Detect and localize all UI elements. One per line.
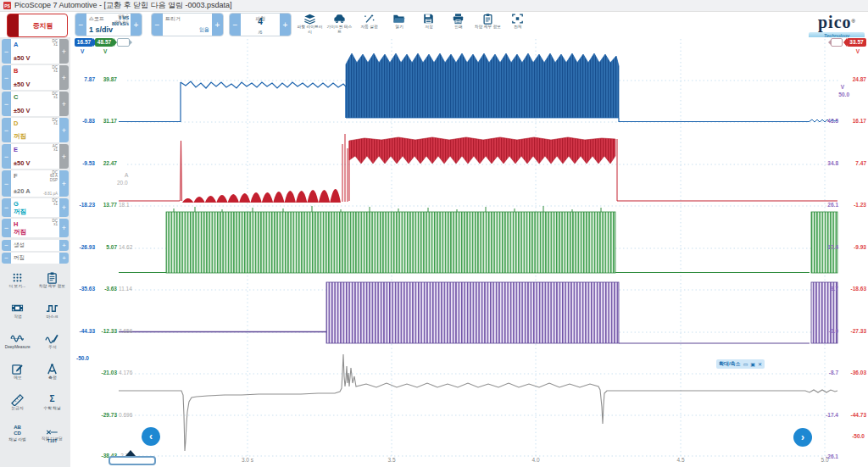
channel-h-minus-button[interactable]: − — [2, 219, 11, 237]
unit-c: V — [103, 48, 107, 54]
deepmeasure-tool-button[interactable]: DeepMeasure — [0, 332, 35, 360]
channel-a-plus-button[interactable]: + — [59, 39, 69, 64]
waveform-library-button[interactable]: 파형 라이브러리 — [295, 13, 325, 34]
pan-left-button[interactable]: ‹ — [142, 427, 160, 446]
left-axis-row: -26.935.0714.62 — [75, 244, 136, 250]
serial-decode-icon: T10T — [45, 424, 59, 436]
buffer-position-marker[interactable] — [125, 450, 136, 456]
trace-channel-e — [119, 282, 837, 343]
channel-b-minus-button[interactable]: − — [2, 65, 11, 90]
channel-e[interactable]: − E ACx1 ±50 V + — [2, 144, 69, 169]
guided-test-button[interactable]: 가이드된 테스트 — [325, 13, 354, 34]
channel-a-position-tag[interactable]: 16.57 — [75, 38, 93, 47]
right-axis-row: -0.0-27.33 — [810, 328, 866, 334]
trigger-prev-button[interactable]: − — [152, 14, 163, 36]
unit-f: A — [125, 172, 128, 178]
tool-grid: 더 보기... 차량 세부 정보 작업 마스크 DeepMeasure 주석 — [0, 271, 70, 452]
vehicle-details-tool-button[interactable]: 차량 세부 정보 — [35, 271, 70, 299]
signal-generator-status-row[interactable]: − 꺼짐 + — [2, 253, 69, 264]
right-axis-row: 17.4-9.93 — [810, 244, 866, 250]
more-dots-icon — [10, 271, 25, 284]
jobs-tool-button[interactable]: 작업 — [0, 302, 35, 330]
timebase-value[interactable]: 1 s/div — [89, 25, 113, 34]
car-icon — [332, 13, 347, 25]
channel-c[interactable]: − C DCx1 ±50 V + — [2, 92, 69, 116]
signal-generator-row[interactable]: − 생성 + — [2, 240, 69, 251]
print-button[interactable]: 인쇄 — [443, 13, 473, 34]
channel-a-minus-button[interactable]: − — [2, 39, 11, 64]
more-tools-button[interactable]: 더 보기... — [0, 271, 35, 299]
generator-minus-button[interactable]: − — [2, 240, 11, 251]
film-strip-icon — [10, 302, 25, 314]
channel-b[interactable]: − B DCx1 ±50 V + — [2, 65, 69, 90]
annotation-tool-button[interactable]: 주석 — [35, 332, 70, 360]
channel-a[interactable]: − A DCx1 ±50 V + — [2, 39, 69, 64]
memo-tool-button[interactable]: 메모 — [0, 363, 35, 391]
generator-plus-button[interactable]: + — [59, 240, 69, 251]
channel-g-minus-button[interactable]: − — [2, 198, 11, 217]
waveform-canvas[interactable] — [70, 37, 868, 467]
waveform-next-button[interactable]: + — [280, 14, 291, 36]
vehicle-details-button[interactable]: 차량 세부 정보 — [473, 13, 503, 34]
mask-tool-button[interactable]: 마스크 — [35, 302, 70, 330]
time-label: 5.0 — [821, 457, 828, 463]
time-label: 3.0 s — [242, 457, 253, 463]
trigger-mode[interactable]: 없음 — [199, 26, 209, 34]
channel-h[interactable]: − H DCx1 꺼짐 + — [2, 219, 69, 237]
pan-right-button[interactable]: › — [793, 428, 812, 447]
zoom-window-icon[interactable]: ▭ — [743, 361, 748, 367]
trace-channel-f — [119, 354, 837, 451]
channel-c-plus-button[interactable]: + — [59, 92, 69, 116]
channel-g-plus-button[interactable]: + — [59, 198, 69, 217]
clipboard-icon — [481, 13, 495, 25]
rate-label: 샘플 속도 — [114, 20, 129, 23]
channel-c-minus-button[interactable]: − — [2, 92, 11, 116]
main-toolbar: 중지됨 − 스코프 1 s/div 샘플 수 8 MS 샘플 속도 800 kS… — [0, 12, 868, 37]
ruler-tool-button[interactable]: 눈금자 — [0, 393, 35, 421]
channel-d[interactable]: − D DCx1 꺼짐 + — [2, 118, 69, 142]
zoom-toolbar[interactable]: 확대/축소 ▭ ▣ ✕ — [716, 359, 765, 369]
channel-f-minus-button[interactable]: − — [2, 170, 11, 197]
auto-setup-button[interactable]: 자동 설정 — [354, 13, 384, 34]
fullscreen-button[interactable]: 전체 — [503, 13, 532, 34]
empty-position-tag[interactable] — [117, 38, 130, 47]
channel-h-plus-button[interactable]: + — [59, 219, 69, 237]
generator-status-minus-button[interactable]: − — [2, 253, 11, 264]
channel-labels-tool-button[interactable]: AB CD 채널 라벨 — [0, 424, 35, 452]
unit-e: V — [841, 84, 844, 90]
save-button[interactable]: 저장 — [414, 13, 443, 34]
zoom-undo-icon[interactable]: ▣ — [750, 361, 755, 367]
timebase-decrease-button[interactable]: − — [75, 14, 86, 36]
channel-g[interactable]: − G DCx1 꺼짐 + — [2, 198, 69, 217]
left-axis-row: -35.63-3.6311.14 — [75, 286, 136, 292]
channel-e-minus-button[interactable]: − — [2, 144, 11, 169]
trigger-next-button[interactable]: + — [212, 14, 223, 36]
left-axis-row: -9.5322.47 — [75, 160, 136, 166]
channel-b-plus-button[interactable]: + — [59, 65, 69, 90]
generator-status-plus-button[interactable]: + — [59, 253, 69, 264]
open-button[interactable]: 열기 — [384, 13, 414, 34]
channel-e-plus-button[interactable]: + — [59, 144, 69, 169]
zoom-close-icon[interactable]: ✕ — [758, 361, 762, 367]
serial-decoding-tool-button[interactable]: T10T 직렬 디코딩 — [35, 424, 70, 452]
waveform-plot-area[interactable]: 16.57 48.57 33.57 V V V V 50.0 A 20.0 -5… — [70, 37, 868, 467]
stop-button[interactable]: 중지됨 — [7, 14, 68, 37]
right-axis-row: 43.516.17 — [810, 118, 866, 124]
clipboard-icon — [45, 271, 59, 284]
channel-f[interactable]: − F DC60 ADSP ±20 A -8.81 μA + — [2, 170, 69, 197]
math-channel-tool-button[interactable]: Σ 수학 채널 — [35, 393, 70, 421]
left-axis-row: -21.034.176 — [75, 370, 136, 375]
measure-tool-button[interactable]: 측정 — [35, 363, 70, 391]
channel-d-plus-button[interactable]: + — [59, 118, 69, 142]
channel-c-position-tag[interactable]: 48.57 — [95, 38, 114, 47]
horizontal-scroll-thumb[interactable] — [108, 456, 156, 465]
save-disk-icon — [421, 13, 436, 25]
channel-f-plus-button[interactable]: + — [59, 170, 69, 197]
a-min-label: -50.0 — [76, 355, 89, 361]
waveform-library-icon — [303, 13, 317, 25]
channel-d-minus-button[interactable]: − — [2, 118, 11, 142]
waveform-prev-button[interactable]: − — [230, 14, 241, 36]
timebase-increase-button[interactable]: + — [131, 14, 142, 36]
channel-b-position-tag[interactable]: 33.57 — [847, 38, 866, 47]
empty-position-tag-right[interactable] — [831, 38, 843, 47]
